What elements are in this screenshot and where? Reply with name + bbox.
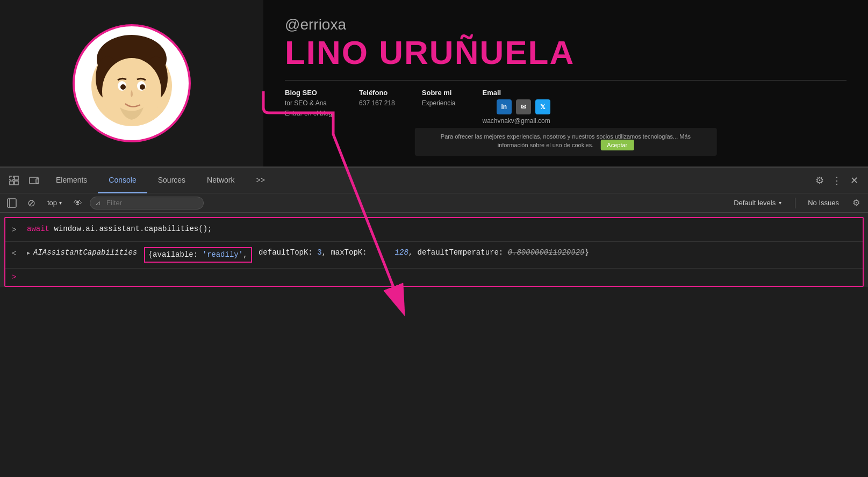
filter-wrapper: ⊿ bbox=[90, 197, 204, 209]
context-label: top bbox=[47, 199, 57, 207]
no-issues-label: No Issues bbox=[802, 199, 844, 207]
issues-gear-icon: ⚙ bbox=[852, 198, 860, 208]
devtools-panel: Elements Console Sources Network >> ⚙ ⋮ bbox=[0, 167, 868, 287]
console-command: await window.ai.assistant.capabilities()… bbox=[27, 223, 212, 235]
nav-tel-value: 637 167 218 bbox=[359, 99, 395, 107]
close-icon: ✕ bbox=[850, 175, 858, 186]
twitter-icon[interactable]: 𝕏 bbox=[535, 99, 550, 114]
tab-elements[interactable]: Elements bbox=[45, 168, 98, 193]
console-command-line: > await window.ai.assistant.capabilities… bbox=[5, 218, 863, 242]
nav-blog-sub: tor SEO & Ana bbox=[285, 99, 332, 107]
return-prompt: < bbox=[12, 248, 20, 259]
site-handle: @errioxa bbox=[285, 16, 847, 33]
console-toolbar: ⊘ top ▾ 👁 ⊿ Default levels ▾ No Issues bbox=[0, 193, 868, 213]
eye-button[interactable]: 👁 bbox=[70, 196, 85, 211]
nav-blog-label: Blog SEO bbox=[285, 89, 332, 97]
more-icon: ⋮ bbox=[832, 175, 842, 186]
nav-tel-label: Teléfono bbox=[359, 89, 395, 97]
context-dropdown[interactable]: top ▾ bbox=[43, 198, 66, 208]
levels-chevron-icon: ▾ bbox=[779, 200, 781, 206]
class-name: AIAssistantCapabilities bbox=[33, 247, 142, 258]
await-keyword: await bbox=[27, 225, 54, 233]
inspect-icon[interactable] bbox=[5, 172, 23, 189]
svg-rect-12 bbox=[10, 181, 13, 185]
svg-point-8 bbox=[140, 84, 145, 90]
nav-email: Email in ✉ 𝕏 wachvnakv@gmail.com bbox=[483, 89, 550, 125]
issues-settings-button[interactable]: ⚙ bbox=[849, 196, 864, 211]
site-nav: Blog SEO tor SEO & Ana Entrar en el blog… bbox=[285, 80, 847, 125]
console-empty-line: > bbox=[5, 269, 863, 286]
svg-point-7 bbox=[120, 84, 126, 90]
svg-rect-16 bbox=[8, 199, 16, 207]
default-levels-dropdown[interactable]: Default levels ▾ bbox=[727, 197, 788, 208]
chevron-down-icon: ▾ bbox=[59, 200, 62, 206]
devtools-tabs: Elements Console Sources Network >> ⚙ ⋮ bbox=[0, 168, 868, 193]
nav-blog-link[interactable]: Entrar en el blog bbox=[285, 110, 332, 117]
tab-console[interactable]: Console bbox=[98, 168, 147, 193]
console-result: AIAssistantCapabilities {available: 'rea… bbox=[33, 247, 589, 263]
settings-button[interactable]: ⚙ bbox=[811, 172, 828, 189]
default-levels-label: Default levels bbox=[734, 199, 776, 207]
mail-icon[interactable]: ✉ bbox=[516, 99, 531, 114]
nav-telefono: Teléfono 637 167 218 bbox=[359, 89, 395, 107]
nav-email-value: wachvnakv@gmail.com bbox=[483, 117, 550, 125]
expand-icon[interactable]: ▶ bbox=[27, 249, 30, 257]
empty-prompt: > bbox=[12, 273, 16, 281]
device-icon[interactable] bbox=[25, 172, 42, 189]
console-result-line: < ▶ AIAssistantCapabilities {available: … bbox=[5, 242, 863, 269]
clear-console-button[interactable]: ⊘ bbox=[24, 196, 39, 211]
nav-sobre-value: Experiencia bbox=[422, 99, 456, 107]
settings-icon: ⚙ bbox=[815, 175, 824, 186]
close-devtools-button[interactable]: ✕ bbox=[845, 172, 863, 189]
tab-sources[interactable]: Sources bbox=[147, 168, 196, 193]
site-name: LINO URUÑUELA bbox=[285, 36, 847, 69]
nav-sobre-label: Sobre mi bbox=[422, 89, 456, 97]
cookie-accept-button[interactable]: Aceptar bbox=[600, 140, 634, 150]
tab-network[interactable]: Network bbox=[196, 168, 245, 193]
linkedin-icon[interactable]: in bbox=[497, 99, 512, 114]
separator bbox=[795, 198, 795, 208]
nav-email-label: Email bbox=[483, 89, 550, 97]
result-highlighted-object: {available: 'readily', bbox=[144, 247, 252, 263]
tab-more[interactable]: >> bbox=[245, 168, 275, 193]
website-preview: @errioxa LINO URUÑUELA Blog SEO tor SEO … bbox=[0, 0, 868, 167]
filter-input[interactable] bbox=[90, 197, 204, 209]
avatar bbox=[73, 24, 191, 142]
nav-blog: Blog SEO tor SEO & Ana Entrar en el blog bbox=[285, 89, 332, 117]
result-rest: defaultTopK: 3, maxTopK: bbox=[254, 247, 367, 258]
more-options-button[interactable]: ⋮ bbox=[828, 172, 845, 189]
command-text: window.ai.assistant.capabilities(); bbox=[54, 225, 212, 233]
cookie-bar: Para ofrecer las mejores experiencias, n… bbox=[414, 128, 717, 156]
social-icons: in ✉ 𝕏 bbox=[497, 99, 550, 114]
clear-icon: ⊘ bbox=[27, 197, 35, 209]
website-content: @errioxa LINO URUÑUELA Blog SEO tor SEO … bbox=[263, 0, 868, 167]
cookie-text: Para ofrecer las mejores experiencias, n… bbox=[441, 133, 691, 148]
avatar-section bbox=[0, 0, 263, 167]
nav-sobre: Sobre mi Experiencia bbox=[422, 89, 456, 107]
svg-rect-10 bbox=[10, 176, 13, 180]
svg-rect-14 bbox=[30, 177, 38, 184]
console-output: > await window.ai.assistant.capabilities… bbox=[4, 217, 864, 287]
avatar-illustration bbox=[78, 30, 185, 137]
svg-rect-13 bbox=[15, 181, 18, 185]
svg-rect-11 bbox=[15, 176, 18, 180]
sidebar-toggle-button[interactable] bbox=[4, 196, 19, 211]
eye-icon: 👁 bbox=[74, 198, 82, 208]
command-prompt: > bbox=[12, 225, 20, 236]
svg-rect-15 bbox=[36, 179, 39, 183]
